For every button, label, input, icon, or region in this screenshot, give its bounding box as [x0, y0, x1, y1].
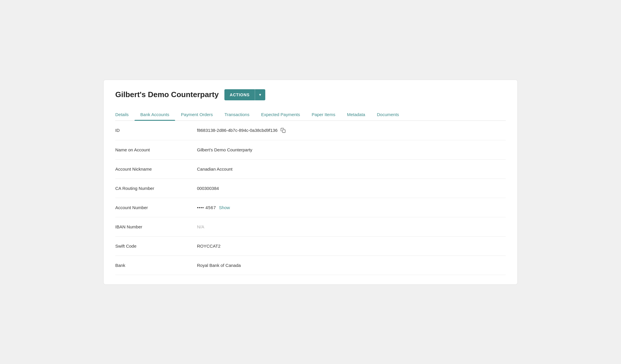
field-label-id: ID — [115, 128, 197, 133]
fields-container: ID f8683138-2d86-4b7c-894c-0a38cbd9f136 … — [115, 121, 506, 275]
field-row-swift-code: Swift Code ROYCCAT2 — [115, 237, 506, 256]
field-label-account-number: Account Number — [115, 205, 197, 210]
field-label-swift-code: Swift Code — [115, 244, 197, 249]
tab-details[interactable]: Details — [115, 108, 135, 120]
field-row-iban-number: IBAN Number N/A — [115, 217, 506, 237]
actions-button-label: ACTIONS — [224, 90, 255, 100]
field-value-swift-code: ROYCCAT2 — [197, 244, 221, 249]
account-number-masked-text: •••• 4567 — [197, 205, 216, 210]
field-value-iban-number: N/A — [197, 224, 204, 229]
header-row: Gilbert's Demo Counterparty ACTIONS ▾ — [115, 89, 506, 100]
id-value-text: f8683138-2d86-4b7c-894c-0a38cbd9f136 — [197, 128, 278, 133]
account-nickname-text: Canadian Account — [197, 167, 233, 172]
show-account-number-link[interactable]: Show — [219, 205, 230, 210]
field-row-id: ID f8683138-2d86-4b7c-894c-0a38cbd9f136 — [115, 121, 506, 140]
field-value-name-on-account: Gilbert's Demo Counterparty — [197, 147, 252, 152]
field-value-bank: Royal Bank of Canada — [197, 263, 241, 268]
field-value-account-number: •••• 4567 Show — [197, 205, 230, 210]
tab-payment-orders[interactable]: Payment Orders — [175, 108, 219, 120]
bank-text: Royal Bank of Canada — [197, 263, 241, 268]
field-value-id: f8683138-2d86-4b7c-894c-0a38cbd9f136 — [197, 128, 286, 133]
field-value-account-nickname: Canadian Account — [197, 167, 233, 172]
field-label-name-on-account: Name on Account — [115, 147, 197, 152]
field-value-ca-routing-number: 000300384 — [197, 186, 219, 191]
tab-transactions[interactable]: Transactions — [219, 108, 255, 120]
page-title: Gilbert's Demo Counterparty — [115, 90, 219, 99]
tab-paper-items[interactable]: Paper Items — [306, 108, 341, 120]
field-row-account-number: Account Number •••• 4567 Show — [115, 198, 506, 217]
field-label-ca-routing-number: CA Routing Number — [115, 186, 197, 191]
copy-icon[interactable] — [280, 128, 286, 133]
iban-number-text: N/A — [197, 224, 204, 229]
field-row-ca-routing-number: CA Routing Number 000300384 — [115, 179, 506, 198]
tab-expected-payments[interactable]: Expected Payments — [255, 108, 306, 120]
actions-button[interactable]: ACTIONS ▾ — [224, 89, 265, 100]
field-label-bank: Bank — [115, 263, 197, 268]
tabs-nav: Details Bank Accounts Payment Orders Tra… — [115, 108, 506, 121]
tab-metadata[interactable]: Metadata — [341, 108, 371, 120]
tab-documents[interactable]: Documents — [371, 108, 405, 120]
field-row-bank: Bank Royal Bank of Canada — [115, 256, 506, 275]
ca-routing-number-text: 000300384 — [197, 186, 219, 191]
field-row-name-on-account: Name on Account Gilbert's Demo Counterpa… — [115, 140, 506, 160]
field-label-account-nickname: Account Nickname — [115, 167, 197, 172]
tab-bank-accounts[interactable]: Bank Accounts — [135, 108, 175, 120]
page-container: Gilbert's Demo Counterparty ACTIONS ▾ De… — [103, 80, 518, 285]
svg-rect-0 — [282, 130, 285, 132]
chevron-down-icon: ▾ — [255, 90, 265, 100]
field-row-account-nickname: Account Nickname Canadian Account — [115, 160, 506, 179]
swift-code-text: ROYCCAT2 — [197, 244, 221, 249]
name-on-account-text: Gilbert's Demo Counterparty — [197, 147, 252, 152]
field-label-iban-number: IBAN Number — [115, 224, 197, 229]
